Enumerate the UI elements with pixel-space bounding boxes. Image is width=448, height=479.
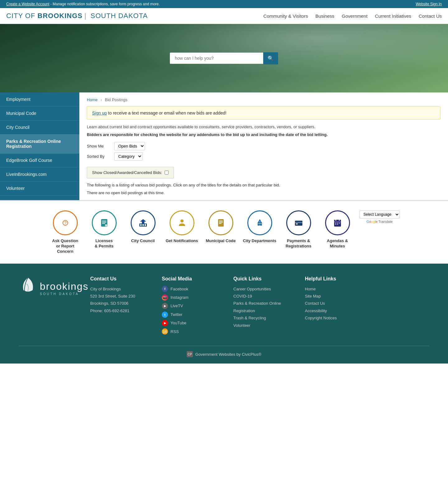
main-nav: Community & Visitors Business Government… (264, 13, 442, 19)
city-departments-icon (247, 210, 272, 235)
helpful-link-contact[interactable]: Contact Us (305, 300, 367, 307)
svg-marker-10 (140, 219, 146, 222)
rss-icon: )))) (162, 328, 168, 335)
helpful-link-home[interactable]: Home (305, 285, 367, 293)
svg-rect-4 (102, 222, 106, 223)
city-departments-label: City Departments (243, 238, 277, 244)
svg-rect-34 (335, 224, 336, 225)
svg-rect-33 (339, 223, 340, 223)
icon-licenses[interactable]: ✓ Licenses& Permits (85, 210, 124, 249)
footer-city-name: brookings (40, 281, 89, 292)
helpful-link-accessibility[interactable]: Accessibility (305, 307, 367, 314)
nav-contact[interactable]: Contact Us (419, 13, 442, 19)
language-select[interactable]: Select Language (359, 210, 400, 218)
social-livetv[interactable]: ▶ LiveTV (162, 302, 224, 309)
sidebar-item-employment[interactable]: Employment (0, 92, 79, 106)
search-input[interactable] (170, 53, 263, 64)
svg-rect-18 (219, 223, 222, 224)
leaf-decoration (19, 276, 37, 300)
svg-rect-17 (219, 222, 223, 223)
svg-rect-3 (102, 221, 106, 221)
social-facebook[interactable]: f Facebook (162, 285, 224, 293)
footer-bottom: CP Government Websites by CivicPlus® (19, 346, 429, 357)
svg-point-14 (180, 219, 184, 223)
listing-description: The following is a listing of various bi… (87, 183, 441, 187)
rss-link[interactable]: RSS (170, 328, 179, 335)
footer-phone: Phone: 605-692-6281 (90, 307, 152, 314)
social-rss[interactable]: )))) RSS (162, 328, 224, 335)
helpful-link-sitemap[interactable]: Site Map (305, 293, 367, 300)
svg-rect-35 (337, 224, 338, 225)
sorted-by-label: Sorted By (87, 154, 112, 159)
youtube-link[interactable]: YouTube (170, 319, 186, 326)
show-me-select[interactable]: Open Bids (114, 142, 145, 150)
svg-rect-12 (142, 224, 144, 226)
helpful-link-copyright[interactable]: Copyright Notices (305, 314, 367, 322)
social-instagram[interactable]: 📷 Instagram (162, 294, 224, 301)
twitter-link[interactable]: Twitter (170, 311, 182, 318)
signup-link[interactable]: Sign up (92, 110, 107, 115)
youtube-icon: ▶ (162, 320, 168, 326)
sidebar-item-livein[interactable]: LiveInBrookings.com (0, 167, 79, 181)
notice-box: Sign up to receive a text message or ema… (87, 106, 441, 120)
breadcrumb-separator: › (100, 97, 102, 102)
svg-text:CP: CP (188, 353, 192, 356)
livetv-link[interactable]: LiveTV (170, 302, 183, 309)
quick-link-volunteer[interactable]: Volunteer (233, 322, 296, 329)
quick-link-trash[interactable]: Trash & Recycling (233, 314, 296, 322)
icon-city-departments[interactable]: City Departments (240, 210, 279, 244)
sidebar-item-municipal-code[interactable]: Municipal Code (0, 106, 79, 120)
sidebar-item-city-council[interactable]: City Council (0, 120, 79, 134)
quick-link-covid[interactable]: COVID-19 (233, 293, 296, 300)
svg-rect-32 (337, 223, 338, 223)
hero-search: 🔍 (170, 52, 278, 64)
licenses-label: Licenses& Permits (95, 238, 114, 249)
sorted-by-select[interactable]: Category (114, 152, 142, 161)
nav-business[interactable]: Business (315, 13, 334, 19)
icon-municipal-code[interactable]: Municipal Code (201, 210, 240, 244)
brookings-logo: brookings SOUTH DAKOTA (19, 276, 89, 300)
sidebar-item-parks[interactable]: Parks & Recreation Online Registration (0, 134, 79, 153)
icon-city-council[interactable]: City Council (124, 210, 162, 244)
icon-get-notifications[interactable]: Get Notifications (162, 210, 201, 244)
svg-rect-26 (296, 223, 298, 224)
footer-social: Social Media f Facebook 📷 Instagram ▶ Li… (162, 276, 224, 336)
facebook-link[interactable]: Facebook (170, 285, 188, 293)
licenses-icon: ✓ (92, 210, 117, 235)
sign-in-link[interactable]: Website Sign In (416, 2, 442, 6)
nav-initiatives[interactable]: Current Initiatives (375, 13, 411, 19)
breadcrumb-home[interactable]: Home (87, 97, 98, 102)
svg-rect-30 (334, 222, 341, 222)
footer-helpful-links: Helpful Links Home Site Map Contact Us A… (305, 276, 367, 336)
sorted-by-row: Sorted By Category (87, 152, 441, 161)
sidebar-item-edgebrook[interactable]: EdgeBrook Golf Course (0, 153, 79, 167)
svg-rect-15 (218, 219, 224, 227)
icon-payments[interactable]: Payments &Registrations (279, 210, 318, 249)
icon-agendas[interactable]: Agendas & Minutes (318, 210, 357, 249)
icon-ask-question[interactable]: ? Ask Questionor Report Concern (46, 210, 85, 254)
sidebar-item-volunteer[interactable]: Volunteer (0, 181, 79, 195)
svg-text:?: ? (64, 220, 67, 225)
search-button[interactable]: 🔍 (263, 52, 278, 64)
ask-question-icon: ? (53, 210, 78, 235)
show-closed-checkbox[interactable] (165, 171, 169, 175)
header: CITY OF BROOKINGS| SOUTH DAKOTA Communit… (0, 8, 448, 24)
svg-rect-28 (335, 219, 336, 221)
quick-link-parks[interactable]: Parks & Recreation Online Registration (233, 300, 296, 314)
social-youtube[interactable]: ▶ YouTube (162, 319, 224, 326)
svg-rect-16 (219, 221, 223, 221)
nav-government[interactable]: Government (342, 13, 368, 19)
sidebar: Employment Municipal Code City Council P… (0, 92, 79, 200)
city-council-icon (131, 210, 156, 235)
social-twitter[interactable]: t Twitter (162, 311, 224, 318)
svg-rect-13 (145, 224, 146, 226)
svg-rect-31 (335, 223, 336, 223)
nav-community[interactable]: Community & Visitors (264, 13, 308, 19)
footer-logo-area: brookings SOUTH DAKOTA (19, 276, 81, 336)
create-account-link[interactable]: Create a Website Account (6, 2, 49, 6)
google-translate-widget: Select Language Google Translate (357, 210, 402, 223)
quick-link-career[interactable]: Career Opportunities (233, 285, 296, 293)
get-notifications-icon (170, 210, 194, 235)
footer-contact: Contact Us City of Brookings 520 3rd Str… (90, 276, 152, 336)
instagram-link[interactable]: Instagram (170, 294, 189, 301)
